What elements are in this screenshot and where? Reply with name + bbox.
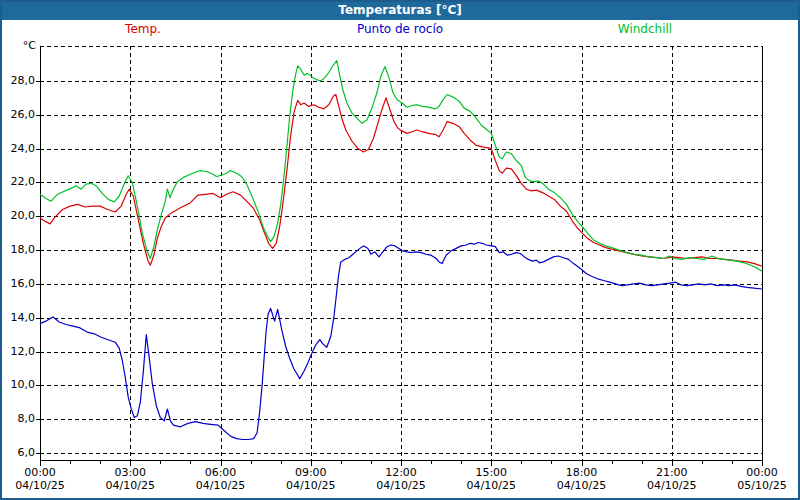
y-axis-unit-label: °C xyxy=(0,39,36,52)
legend-item-windchill: Windchill xyxy=(618,22,672,36)
legend-item-temp: Temp. xyxy=(125,22,161,36)
chart-title: Temperaturas [°C] xyxy=(0,0,800,20)
app-window: Temperaturas [°C] Temp. Punto de rocío W… xyxy=(0,0,800,500)
legend-item-dew-point: Punto de rocío xyxy=(357,22,443,36)
legend: Temp. Punto de rocío Windchill xyxy=(0,22,800,38)
plot-area xyxy=(0,0,800,500)
title-bar: Temperaturas [°C] xyxy=(0,0,800,20)
